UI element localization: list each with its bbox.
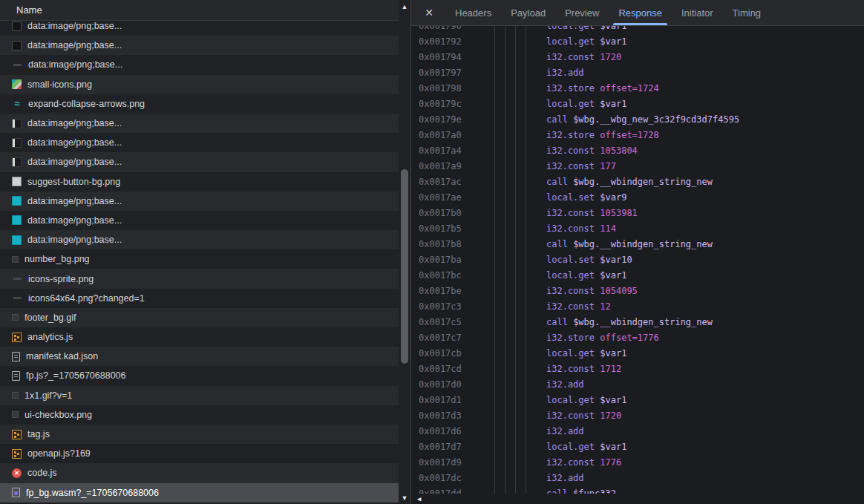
- wasm-token: i32.store: [546, 83, 595, 94]
- close-icon[interactable]: ✕: [419, 7, 439, 19]
- network-request-row[interactable]: number_bg.png: [0, 249, 399, 269]
- wasm-token: i32.add: [546, 473, 584, 483]
- address-gutter[interactable]: 0x0017cb: [411, 346, 546, 361]
- image-preview-icon: [12, 157, 22, 167]
- address-gutter[interactable]: 0x0017d0: [411, 377, 546, 393]
- address-gutter[interactable]: 0x0017a9: [411, 159, 546, 174]
- scrollbar-thumb[interactable]: [401, 169, 408, 364]
- network-request-row[interactable]: small-icons.png: [0, 75, 399, 94]
- address-gutter[interactable]: 0x001797: [411, 65, 546, 81]
- network-request-row[interactable]: data:image/png;base...: [0, 230, 399, 249]
- horizontal-scrollbar[interactable]: ◀: [411, 494, 864, 504]
- image-preview-icon: [12, 235, 22, 245]
- network-request-row[interactable]: data:image/png;base...: [0, 133, 399, 152]
- address-gutter[interactable]: 0x00179e: [411, 112, 546, 128]
- tab-payload[interactable]: Payload: [501, 0, 555, 25]
- tab-initiator[interactable]: Initiator: [672, 0, 723, 25]
- network-request-row[interactable]: data:image/png;base...: [0, 114, 399, 133]
- network-request-panel: Name data:image/png;base...data:image/pn…: [0, 0, 399, 504]
- request-name: analytics.js: [27, 332, 73, 342]
- request-details-panel: ✕ HeadersPayloadPreviewResponseInitiator…: [410, 0, 864, 504]
- address-gutter[interactable]: 0x0017b8: [411, 237, 546, 252]
- address-gutter[interactable]: 0x001790: [411, 26, 546, 34]
- wasm-token: i32.const: [546, 161, 595, 171]
- network-request-row[interactable]: data:image/png;base...: [0, 211, 399, 230]
- address-gutter[interactable]: 0x0017ae: [411, 190, 546, 206]
- disassembly-line: 0x0017d3i32.const 1720: [411, 408, 864, 424]
- wasm-disassembly-view: 0x001790local.get $var10x001792local.get…: [411, 26, 864, 504]
- address-gutter[interactable]: 0x00179c: [411, 96, 546, 112]
- network-request-row[interactable]: data:image/png;base...: [0, 192, 399, 211]
- address-gutter[interactable]: 0x0017ba: [411, 252, 546, 268]
- address-gutter[interactable]: 0x0017be: [411, 284, 546, 299]
- address-gutter[interactable]: 0x001792: [411, 34, 546, 50]
- network-request-row[interactable]: fp.js?_=1705670688006: [0, 366, 399, 385]
- address-gutter[interactable]: 0x0017d9: [411, 455, 546, 471]
- disassembly-line: 0x0017bei32.const 1054095: [411, 284, 864, 299]
- wasm-token: 12: [600, 301, 610, 312]
- request-name: data:image/png;base...: [27, 235, 122, 245]
- network-request-row[interactable]: data:image/png;base...: [0, 21, 399, 36]
- scroll-up-icon[interactable]: ▲: [399, 3, 410, 10]
- address-gutter[interactable]: 0x0017cd: [411, 361, 546, 377]
- image-preview-icon: [12, 79, 22, 89]
- network-request-row[interactable]: data:image/png;base...: [0, 36, 399, 55]
- tab-headers[interactable]: Headers: [445, 0, 501, 25]
- network-request-row[interactable]: analytics.js: [0, 327, 399, 347]
- network-request-row[interactable]: openapi.js?169: [0, 444, 399, 463]
- network-request-row[interactable]: ui-checkbox.png: [0, 405, 399, 425]
- network-request-row[interactable]: suggest-button-bg.png: [0, 172, 399, 192]
- address-gutter[interactable]: 0x001794: [411, 50, 546, 65]
- wasm-token: local.set: [546, 255, 595, 265]
- request-name: expand-collapse-arrows.png: [28, 99, 145, 109]
- network-request-row[interactable]: 1x1.gif?v=1: [0, 386, 399, 405]
- name-column-header[interactable]: Name: [0, 0, 399, 21]
- disassembly-line: 0x0017a4i32.const 1053804: [411, 143, 864, 159]
- address-gutter[interactable]: 0x0017dc: [411, 471, 546, 486]
- address-gutter[interactable]: 0x0017bc: [411, 268, 546, 284]
- network-request-row[interactable]: icons-sprite.png: [0, 269, 399, 288]
- network-request-row[interactable]: data:image/png;base...: [0, 55, 399, 74]
- image-preview-icon: [12, 138, 22, 148]
- disassembly-line: 0x001797i32.add: [411, 65, 864, 81]
- disassembly-line: 0x0017cblocal.get $var1: [411, 346, 864, 361]
- network-request-row[interactable]: tag.js: [0, 425, 399, 444]
- address-gutter[interactable]: 0x001798: [411, 81, 546, 96]
- disassembly-line: 0x0017d6i32.add: [411, 424, 864, 439]
- address-gutter[interactable]: 0x0017b0: [411, 206, 546, 221]
- vertical-scrollbar[interactable]: ▲ ▼: [399, 0, 410, 504]
- address-gutter[interactable]: 0x0017c3: [411, 299, 546, 315]
- address-gutter[interactable]: 0x0017d1: [411, 393, 546, 408]
- wasm-token: local.get: [546, 442, 595, 452]
- address-gutter[interactable]: 0x0017d7: [411, 439, 546, 455]
- address-gutter[interactable]: 0x0017c7: [411, 330, 546, 346]
- network-request-row[interactable]: fp_bg.wasm?_=1705670688006: [0, 483, 399, 503]
- image-preview-icon: [12, 22, 22, 31]
- network-request-row[interactable]: ≈expand-collapse-arrows.png: [0, 94, 399, 114]
- address-gutter[interactable]: 0x0017a4: [411, 143, 546, 159]
- scroll-down-icon[interactable]: ▼: [399, 494, 410, 502]
- image-preview-icon: [12, 41, 22, 50]
- network-request-row[interactable]: footer_bg.gif: [0, 308, 399, 327]
- scroll-left-icon[interactable]: ◀: [417, 495, 421, 503]
- address-gutter[interactable]: 0x0017a0: [411, 128, 546, 143]
- address-gutter[interactable]: 0x0017ac: [411, 174, 546, 190]
- disassembly-line: 0x0017dci32.add: [411, 471, 864, 486]
- network-request-row[interactable]: icons64x64.png?changed=1: [0, 289, 399, 308]
- tab-response[interactable]: Response: [609, 0, 672, 25]
- network-request-row[interactable]: code.js: [0, 463, 399, 482]
- address-gutter[interactable]: 0x0017b5: [411, 221, 546, 237]
- wasm-token: offset=1724: [600, 83, 658, 94]
- address-gutter[interactable]: 0x0017c5: [411, 315, 546, 330]
- address-gutter[interactable]: 0x0017d6: [411, 424, 546, 439]
- network-request-list: data:image/png;base...data:image/png;bas…: [0, 21, 399, 503]
- tab-preview[interactable]: Preview: [555, 0, 609, 25]
- network-request-row[interactable]: data:image/png;base...: [0, 152, 399, 171]
- wasm-token: i32.const: [546, 145, 595, 156]
- tab-timing[interactable]: Timing: [723, 0, 771, 25]
- wasm-token: call: [546, 317, 568, 327]
- address-gutter[interactable]: 0x0017d3: [411, 408, 546, 424]
- network-request-row[interactable]: manifest.kad.json: [0, 347, 399, 366]
- wasm-token: i32.const: [546, 364, 595, 374]
- wasm-token: 177: [600, 161, 616, 171]
